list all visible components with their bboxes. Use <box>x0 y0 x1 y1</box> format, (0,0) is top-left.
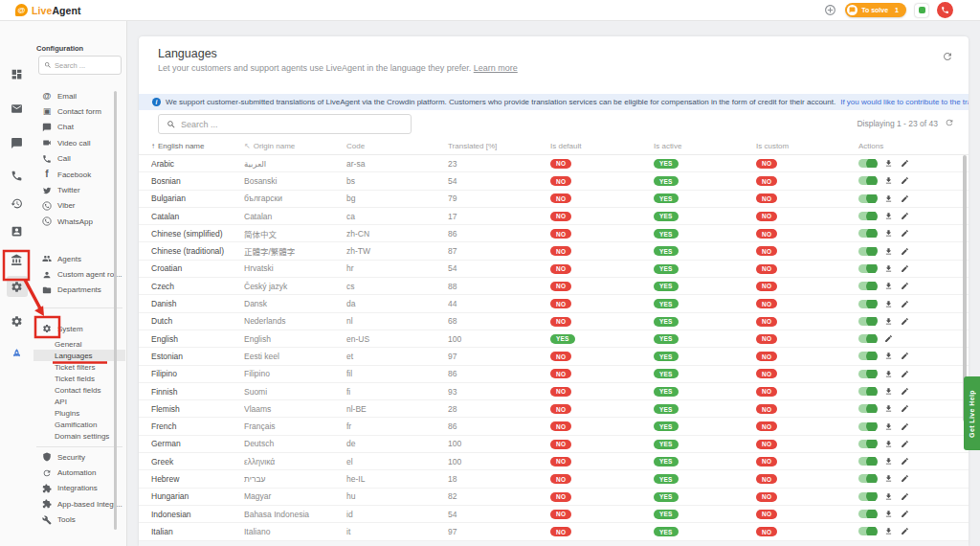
edit-button[interactable] <box>901 212 909 220</box>
edit-button[interactable] <box>901 247 909 256</box>
table-refresh-button[interactable] <box>945 118 954 127</box>
active-toggle[interactable] <box>858 247 877 256</box>
active-toggle[interactable] <box>858 404 877 413</box>
edit-button[interactable] <box>901 370 909 378</box>
download-button[interactable] <box>884 300 893 308</box>
download-button[interactable] <box>884 212 893 220</box>
active-toggle[interactable] <box>858 492 877 501</box>
sidebar-item-languages[interactable]: Languages <box>33 350 125 361</box>
edit-button[interactable] <box>901 527 909 535</box>
sidebar-item-domain-settings[interactable]: Domain settings <box>33 431 125 443</box>
sidebar-item-tools[interactable]: Tools <box>33 512 125 528</box>
edit-button[interactable] <box>901 457 909 466</box>
sidebar-item-custom-agent-rol[interactable]: Custom agent rol... <box>33 266 125 282</box>
sidebar-item-ticket-fields[interactable]: Ticket fields <box>33 373 125 384</box>
rail-history-button[interactable] <box>7 193 28 214</box>
active-toggle[interactable] <box>858 474 877 483</box>
sidebar-item-departments[interactable]: Departments <box>33 283 125 298</box>
sidebar-item-gamification[interactable]: Gamification <box>33 420 125 431</box>
active-toggle[interactable] <box>858 457 877 466</box>
active-toggle[interactable] <box>858 510 877 518</box>
active-toggle[interactable] <box>858 194 877 203</box>
edit-button[interactable] <box>901 387 909 396</box>
sidebar-item-agents[interactable]: Agents <box>33 251 125 266</box>
download-button[interactable] <box>884 422 893 431</box>
sidebar-item-facebook[interactable]: fFacebook <box>33 167 125 182</box>
edit-button[interactable] <box>901 194 909 203</box>
add-button[interactable] <box>824 4 836 16</box>
rail-contacts-button[interactable] <box>7 220 28 241</box>
edit-button[interactable] <box>901 317 909 326</box>
edit-button[interactable] <box>901 422 909 431</box>
active-toggle[interactable] <box>858 229 877 238</box>
sidebar-item-email[interactable]: @Email <box>33 88 125 103</box>
edit-button[interactable] <box>901 176 909 185</box>
download-button[interactable] <box>884 229 893 238</box>
edit-button[interactable] <box>901 440 909 448</box>
download-button[interactable] <box>884 282 893 290</box>
active-toggle[interactable] <box>858 334 877 343</box>
sidebar-search[interactable] <box>38 56 122 75</box>
active-toggle[interactable] <box>858 527 877 535</box>
sidebar-item-ticket-filters[interactable]: Ticket filters <box>33 361 125 373</box>
download-button[interactable] <box>884 510 893 518</box>
sidebar-item-viber[interactable]: Viber <box>33 198 125 214</box>
phone-call-button[interactable] <box>937 2 953 18</box>
sidebar-item-plugins[interactable]: Plugins <box>33 408 125 420</box>
active-toggle[interactable] <box>858 212 877 220</box>
edit-button[interactable] <box>901 159 909 168</box>
active-toggle[interactable] <box>858 317 877 326</box>
sidebar-search-input[interactable] <box>55 61 110 70</box>
download-button[interactable] <box>884 474 893 483</box>
sidebar-item-call[interactable]: Call <box>33 151 125 167</box>
rail-dashboard-button[interactable] <box>7 63 28 84</box>
edit-button[interactable] <box>901 229 909 238</box>
download-button[interactable] <box>884 176 893 185</box>
refresh-button[interactable] <box>942 51 953 62</box>
col-header-origin-name[interactable]: ↖Origin name <box>244 142 346 150</box>
rail-system-settings-button[interactable] <box>7 310 28 331</box>
sidebar-item-system[interactable]: System <box>33 321 125 336</box>
rail-rocket-button[interactable] <box>7 343 28 364</box>
edit-button[interactable] <box>901 510 909 518</box>
sidebar-item-contact-form[interactable]: ▣Contact form <box>33 103 125 119</box>
download-button[interactable] <box>884 387 893 396</box>
download-button[interactable] <box>884 352 893 360</box>
active-toggle[interactable] <box>858 422 877 431</box>
col-header-english-name[interactable]: ↑English name <box>151 142 244 150</box>
download-button[interactable] <box>884 194 893 203</box>
rail-phone-button[interactable] <box>7 165 28 186</box>
contribute-link[interactable]: If you would like to contribute to the t… <box>840 98 969 106</box>
rail-mail-button[interactable] <box>7 98 28 119</box>
active-toggle[interactable] <box>858 387 877 396</box>
sidebar-item-security[interactable]: Security <box>33 449 125 465</box>
download-button[interactable] <box>884 159 893 168</box>
active-toggle[interactable] <box>858 264 877 273</box>
get-live-help-button[interactable]: Get Live Help <box>964 376 980 450</box>
edit-button[interactable] <box>901 300 909 308</box>
liveagent-logo[interactable]: @ LiveAgent <box>15 4 81 16</box>
sidebar-item-general[interactable]: General <box>33 338 125 350</box>
to-solve-button[interactable]: To solve 1 <box>845 3 906 17</box>
sidebar-item-video-call[interactable]: Video call <box>33 135 125 150</box>
sidebar-item-api[interactable]: API <box>33 396 125 407</box>
active-toggle[interactable] <box>858 159 877 168</box>
edit-button[interactable] <box>901 404 909 413</box>
edit-button[interactable] <box>901 352 909 360</box>
sidebar-item-automation[interactable]: Automation <box>33 465 125 480</box>
sidebar-item-twitter[interactable]: Twitter <box>33 182 125 197</box>
active-toggle[interactable] <box>858 352 877 360</box>
rail-billing-button[interactable] <box>7 249 28 270</box>
active-toggle[interactable] <box>858 282 877 290</box>
edit-button[interactable] <box>901 282 909 290</box>
download-button[interactable] <box>884 457 893 466</box>
edit-button[interactable] <box>901 474 909 483</box>
active-toggle[interactable] <box>858 370 877 378</box>
sidebar-item-whatsapp[interactable]: WhatsApp <box>33 214 125 229</box>
table-search-input[interactable] <box>181 120 403 129</box>
download-button[interactable] <box>884 317 893 326</box>
download-button[interactable] <box>884 247 893 256</box>
rail-settings-button[interactable] <box>7 276 28 297</box>
col-header-code[interactable]: Code <box>346 142 448 150</box>
sidebar-item-integrations[interactable]: Integrations <box>33 481 125 496</box>
